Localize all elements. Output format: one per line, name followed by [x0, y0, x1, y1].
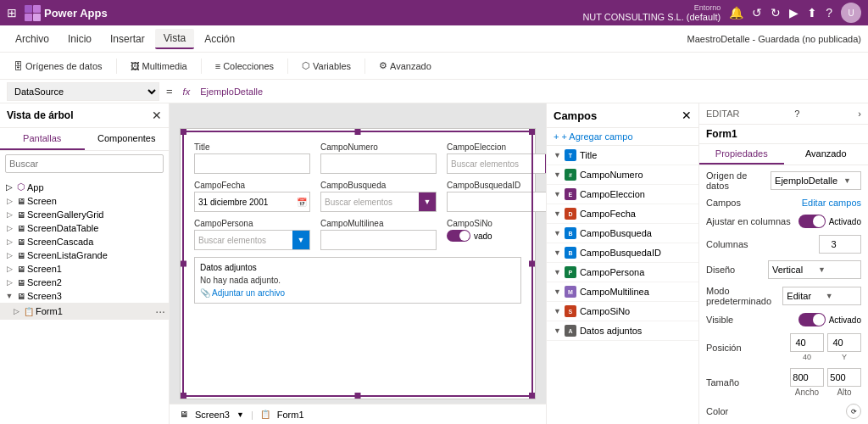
field-list-item-campoeleccion[interactable]: ▼ E CampoEleccion: [547, 185, 698, 204]
tree-item-screen2[interactable]: ▷ 🖥 Screen2: [0, 276, 169, 289]
menu-archivo[interactable]: Archivo: [7, 30, 58, 48]
sidebar-search-input[interactable]: [5, 154, 164, 173]
props-help-icon[interactable]: ?: [794, 109, 799, 119]
tab-avanzado[interactable]: Avanzado: [784, 144, 869, 165]
field-dropdown-campoeleccion[interactable]: Buscar elementos ▼: [447, 153, 546, 174]
form-container: Title CampoNumero CampoEleccion B: [181, 129, 535, 317]
props-expand-icon[interactable]: ›: [858, 109, 861, 119]
field-type-icon-b: B: [565, 227, 576, 239]
formula-context-dropdown[interactable]: DataSource: [7, 82, 159, 101]
prop-toggle-visible[interactable]: Activado: [798, 313, 861, 326]
prop-row-campos: Campos Editar campos: [706, 198, 861, 208]
help-icon[interactable]: ?: [826, 6, 832, 20]
field-dropdown-campopersona[interactable]: Buscar elementos ▼: [194, 230, 310, 250]
tree-item-screen3[interactable]: ▼ 🖥 Screen3: [0, 289, 169, 303]
svg-rect-0: [25, 5, 32, 13]
tab-pantallas[interactable]: Pantallas: [0, 128, 85, 150]
toolbar-avanzado[interactable]: ⚙ Avanzado: [372, 58, 438, 74]
add-field-button[interactable]: + + Agregar campo: [547, 128, 698, 146]
menu-accion[interactable]: Acción: [196, 30, 243, 48]
field-list-item-datos-adjuntos[interactable]: ▼ A Datos adjuntos: [547, 321, 698, 341]
apps-grid-icon[interactable]: ⊞: [7, 6, 17, 20]
fields-panel-close-button[interactable]: ✕: [682, 109, 692, 122]
field-list-item-title[interactable]: ▼ T Title: [547, 146, 698, 165]
width-container: Ancho: [790, 368, 824, 397]
field-input-campobusquedaid[interactable]: [447, 192, 546, 212]
field-list-item-campomultilinea[interactable]: ▼ M CampoMultilinea: [547, 282, 698, 302]
tree-item-app[interactable]: ▷ ⬡ App: [0, 180, 169, 194]
tab-propiedades[interactable]: Propiedades: [699, 144, 784, 165]
prop-dropdown-diseno[interactable]: Vertical ▼: [768, 260, 861, 279]
prop-dropdown-origen[interactable]: EjemploDetalle ▼: [771, 171, 861, 190]
field-dropdown-campobusqueda[interactable]: Buscar elementos ▼: [320, 192, 437, 212]
tree-item-screengallerygrid[interactable]: ▷ 🖥 ScreenGalleryGrid: [0, 208, 169, 221]
prop-input-columnas[interactable]: [819, 235, 861, 254]
tree-item-screenlistagrande[interactable]: ▷ 🖥 ScreenListaGrande: [0, 248, 169, 262]
tree-item-more-button[interactable]: ···: [155, 304, 165, 318]
pos-x-input[interactable]: [790, 333, 824, 352]
field-input-title[interactable]: [194, 153, 310, 174]
canvas-frame[interactable]: Title CampoNumero CampoEleccion B: [180, 128, 536, 399]
width-input[interactable]: [790, 368, 824, 387]
notification-icon[interactable]: 🔔: [729, 6, 743, 20]
menu-inicio[interactable]: Inicio: [59, 30, 100, 48]
bottom-bar-screen-chevron[interactable]: ▼: [236, 410, 244, 419]
resize-handle-br[interactable]: [529, 393, 535, 399]
resize-handle-bottom[interactable]: [355, 393, 361, 399]
toolbar-variables[interactable]: ⬡ Variables: [295, 58, 358, 74]
prop-label-campos: Campos: [706, 198, 741, 208]
field-list-item-campobusqueda[interactable]: ▼ B CampoBusqueda: [547, 224, 698, 243]
tree-item-screen[interactable]: ▷ 🖥 Screen: [0, 194, 169, 208]
form-field-camposino: CampoSiNo vado: [447, 219, 546, 250]
pos-y-input[interactable]: [827, 333, 861, 352]
field-date-campofecha[interactable]: 31 diciembre 2001 📅: [194, 192, 310, 212]
height-input[interactable]: [827, 368, 861, 387]
tree-item-form1[interactable]: ▷ 📋 Form1 ···: [0, 303, 169, 320]
prop-label-posicion: Posición: [706, 343, 742, 353]
width-label: Ancho: [795, 388, 819, 397]
prop-toggle-ajustar[interactable]: Activado: [798, 215, 861, 228]
edit-campos-link[interactable]: Editar campos: [802, 198, 861, 208]
svg-rect-1: [33, 5, 41, 13]
tree-item-screencascada[interactable]: ▷ 🖥 ScreenCascada: [0, 235, 169, 248]
dropdown-arrow: ▼: [841, 176, 860, 185]
field-type-icon-m: M: [565, 286, 576, 298]
prop-dropdown-modo[interactable]: Editar ▼: [782, 287, 861, 305]
resize-handle-bl[interactable]: [181, 393, 186, 399]
toolbar-colecciones[interactable]: ≡ Colecciones: [209, 59, 281, 74]
field-list-item-camposino[interactable]: ▼ S CampoSiNo: [547, 302, 698, 321]
toolbar-multimedia[interactable]: 🖼 Multimedia: [124, 59, 194, 74]
screen-icon5: 🖥: [17, 251, 25, 260]
bottom-bar-screen[interactable]: Screen3: [195, 410, 230, 420]
field-list-item-campofecha[interactable]: ▼ D CampoFecha: [547, 204, 698, 224]
field-input-componumero[interactable]: [320, 153, 437, 174]
color-picker-icon[interactable]: ⟳: [846, 404, 861, 419]
avatar[interactable]: U: [841, 3, 861, 23]
menu-insertar[interactable]: Insertar: [102, 30, 153, 48]
field-toggle-camposino[interactable]: vado: [447, 230, 546, 242]
share-icon[interactable]: ⬆: [807, 6, 817, 20]
tree-item-screen1[interactable]: ▷ 🖥 Screen1: [0, 262, 169, 276]
field-input-campomultilinea[interactable]: [320, 230, 437, 250]
tree-chevron-icon: ▷: [3, 182, 15, 192]
toolbar-origenes[interactable]: 🗄 Orígenes de datos: [7, 59, 109, 74]
field-type-icon-a: A: [565, 325, 576, 337]
attachments-link-button[interactable]: 📎 Adjuntar un archivo: [200, 288, 515, 298]
color-controls: ⟳: [846, 404, 861, 419]
play-icon[interactable]: ▶: [789, 6, 798, 20]
left-sidebar: Vista de árbol ✕ Pantallas Componentes ▷…: [0, 103, 170, 424]
tab-componentes[interactable]: Componentes: [85, 128, 170, 150]
field-label-campobusquedaid: CampoBusquedaID: [447, 181, 546, 190]
menu-vista[interactable]: Vista: [155, 29, 194, 49]
redo-icon[interactable]: ↻: [771, 6, 781, 20]
bottom-bar-form[interactable]: Form1: [277, 410, 304, 420]
undo-icon[interactable]: ↺: [752, 6, 762, 20]
formula-input[interactable]: [197, 86, 861, 97]
separator2: [201, 59, 202, 74]
field-list-item-campobusquedaid[interactable]: ▼ B CampoBusquedaID: [547, 243, 698, 263]
field-list-item-componumero[interactable]: ▼ # CampoNumero: [547, 165, 698, 185]
field-list-item-campopersona[interactable]: ▼ P CampoPersona: [547, 263, 698, 282]
sidebar-close-button[interactable]: ✕: [152, 109, 162, 122]
dropdown-arrow-icon: ▼: [545, 154, 546, 173]
tree-item-screendatatable[interactable]: ▷ 🖥 ScreenDataTable: [0, 221, 169, 235]
